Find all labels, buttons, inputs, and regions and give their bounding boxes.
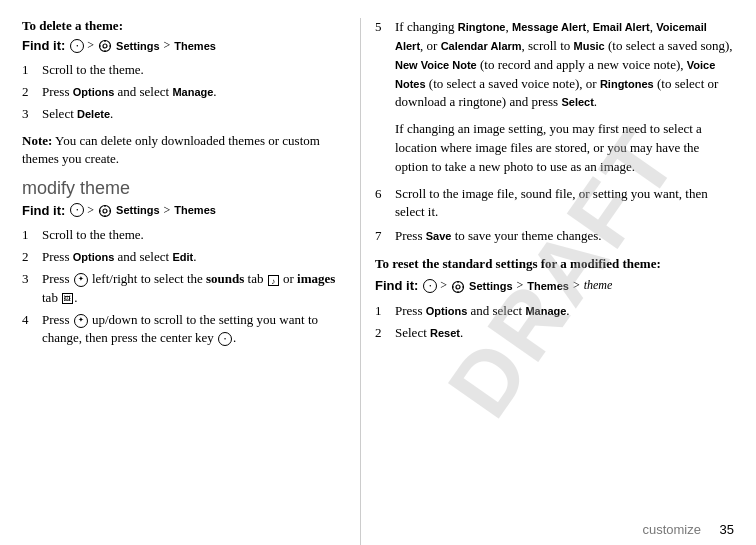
reset-label: Reset [430, 327, 460, 339]
modify-heading: modify theme [22, 178, 342, 199]
find-label-delete: Find it: [22, 38, 65, 53]
step-num-5: 5 [375, 18, 395, 112]
step-item: 2 Select Reset. [375, 324, 734, 342]
email-alert: Email Alert [593, 21, 650, 33]
svg-point-0 [100, 40, 111, 51]
reset-steps: 1 Press Options and select Manage. 2 Sel… [375, 302, 734, 342]
right-column: 5 If changing Ringtone, Message Alert, E… [360, 18, 756, 545]
image-setting-para: If changing an image setting, you may fi… [395, 120, 734, 177]
images-bold: images [297, 271, 335, 286]
page-container: To delete a theme: Find it: > Settings >… [0, 0, 756, 545]
step-num: 2 [22, 83, 42, 101]
settings-icon-delete [98, 38, 112, 52]
new-voice-note: New Voice Note [395, 59, 477, 71]
settings-icon-reset [451, 278, 465, 294]
arrow-7: > [573, 278, 580, 293]
arrow-5: > [440, 278, 447, 293]
page-label: customize [642, 522, 701, 537]
options-label: Options [73, 86, 115, 98]
step-text: Press up/down to scroll to the setting y… [42, 311, 342, 347]
find-label-reset: Find it: [375, 278, 418, 293]
arrow-3: > [87, 203, 94, 218]
save-label: Save [426, 230, 452, 242]
note-label: Note: [22, 133, 52, 148]
step-text: Press left/right to select the sounds ta… [42, 270, 342, 306]
note-text: You can delete only downloaded themes or… [22, 133, 320, 166]
center-key-icon-reset [423, 279, 437, 293]
step-text: Press Options and select Manage. [395, 302, 734, 320]
step-text-7: Press Save to save your theme changes. [395, 227, 734, 245]
manage-label-reset: Manage [525, 305, 566, 317]
modify-find-it: Find it: > Settings > Themes [22, 203, 342, 218]
themes-label-delete: Themes [174, 40, 216, 52]
themes-label-reset: Themes [527, 280, 569, 292]
left-column: To delete a theme: Find it: > Settings >… [0, 18, 360, 545]
step-text-5: If changing Ringtone, Message Alert, Ema… [395, 18, 734, 112]
images-tab-icon: 🖼 [62, 293, 73, 304]
settings-label-modify: Settings [116, 204, 159, 216]
center-key-icon-modify [70, 203, 84, 217]
step-text: Scroll to the theme. [42, 61, 342, 79]
message-alert: Message Alert [512, 21, 586, 33]
music-label: Music [574, 40, 605, 52]
arrow-2: > [164, 38, 171, 53]
step-item: 1 Scroll to the theme. [22, 61, 342, 79]
sounds-bold: sounds [206, 271, 244, 286]
step-text: Press Options and select Edit. [42, 248, 342, 266]
step-num: 3 [22, 105, 42, 123]
step-text-6: Scroll to the image file, sound file, or… [395, 185, 734, 221]
step-item: 2 Press Options and select Manage. [22, 83, 342, 101]
step-5: 5 If changing Ringtone, Message Alert, E… [375, 18, 734, 112]
delete-label: Delete [77, 108, 110, 120]
step-item: 1 Press Options and select Manage. [375, 302, 734, 320]
svg-point-12 [453, 281, 464, 292]
ringtones: Ringtones [600, 78, 654, 90]
ringtone: Ringtone [458, 21, 506, 33]
step-text: Select Reset. [395, 324, 734, 342]
manage-label: Manage [172, 86, 213, 98]
select-label: Select [561, 96, 593, 108]
edit-label: Edit [172, 251, 193, 263]
arrow-4: > [164, 203, 171, 218]
step-text: Scroll to the theme. [42, 226, 342, 244]
note-block: Note: You can delete only downloaded the… [22, 132, 342, 168]
options-label-reset: Options [426, 305, 468, 317]
step-text: Press Options and select Manage. [42, 83, 342, 101]
theme-italic-reset: theme [584, 278, 613, 293]
svg-point-7 [103, 209, 107, 213]
step-num: 1 [22, 226, 42, 244]
step-7: 7 Press Save to save your theme changes. [375, 227, 734, 245]
step-item: 2 Press Options and select Edit. [22, 248, 342, 266]
reset-find-it: Find it: > Settings > Themes > theme [375, 278, 734, 294]
nav-icon [74, 273, 88, 287]
sounds-tab-icon: ♪ [268, 275, 279, 286]
center-key-icon-2 [218, 332, 232, 346]
settings-label-reset: Settings [469, 280, 512, 292]
arrow-1: > [87, 38, 94, 53]
find-label-modify: Find it: [22, 203, 65, 218]
step-num: 1 [375, 302, 395, 320]
step-num: 3 [22, 270, 42, 306]
delete-find-it: Find it: > Settings > Themes [22, 38, 342, 53]
step-item: 4 Press up/down to scroll to the setting… [22, 311, 342, 347]
step-num-6: 6 [375, 185, 395, 221]
modify-steps: 1 Scroll to the theme. 2 Press Options a… [22, 226, 342, 347]
nav-icon-2 [74, 314, 88, 328]
step-num: 1 [22, 61, 42, 79]
step-item: 1 Scroll to the theme. [22, 226, 342, 244]
calendar-alarm: Calendar Alarm [441, 40, 522, 52]
themes-label-modify: Themes [174, 204, 216, 216]
step-6: 6 Scroll to the image file, sound file, … [375, 185, 734, 221]
page-number: 35 [720, 522, 734, 537]
step-text: Select Delete. [42, 105, 342, 123]
step-num: 2 [375, 324, 395, 342]
delete-steps: 1 Scroll to the theme. 2 Press Options a… [22, 61, 342, 124]
step-item: 3 Select Delete. [22, 105, 342, 123]
step-num: 2 [22, 248, 42, 266]
settings-label-delete: Settings [116, 40, 159, 52]
settings-icon-modify [98, 203, 112, 217]
svg-point-13 [456, 285, 460, 289]
center-key-icon-delete [70, 39, 84, 53]
reset-heading: To reset the standard settings for a mod… [375, 255, 734, 273]
step-num: 4 [22, 311, 42, 347]
